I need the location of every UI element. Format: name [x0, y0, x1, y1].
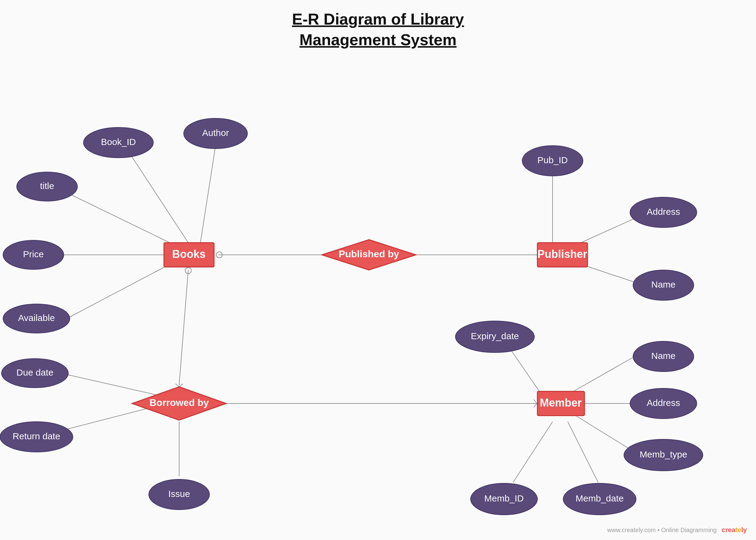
- attr-issue-label: Issue: [168, 489, 190, 499]
- attr-author-label: Author: [202, 128, 229, 138]
- rel-published-by-label: Published by: [338, 248, 399, 259]
- attr-name-mem-label: Name: [651, 351, 675, 361]
- svg-line-30: [568, 422, 598, 482]
- svg-line-26: [571, 356, 635, 393]
- attr-address-mem-label: Address: [647, 398, 680, 408]
- rel-borrowed-by-label: Borrowed by: [149, 397, 209, 408]
- entity-books-label: Books: [172, 248, 206, 260]
- svg-line-1: [200, 146, 216, 243]
- diagram-container: E-R Diagram of Library Management System: [0, 0, 756, 540]
- attr-memb-id-label: Memb_ID: [484, 493, 524, 503]
- entity-publisher-label: Publisher: [537, 248, 587, 260]
- attr-pub-id-label: Pub_ID: [537, 155, 568, 165]
- er-diagram-svg: Books Publisher Member Published by Borr…: [0, 0, 756, 540]
- svg-line-17: [179, 384, 183, 387]
- svg-line-23: [534, 403, 537, 407]
- watermark: www.creately.com • Online Diagramming cr…: [607, 526, 747, 534]
- svg-line-2: [70, 194, 176, 246]
- svg-line-18: [61, 373, 161, 396]
- attr-price-label: Price: [23, 249, 44, 259]
- svg-line-29: [513, 422, 553, 482]
- svg-line-0: [130, 155, 188, 243]
- attr-memb-type-label: Memb_type: [640, 449, 687, 459]
- attr-name-pub-label: Name: [651, 279, 675, 289]
- attr-address-pub-label: Address: [647, 206, 680, 216]
- attr-available-label: Available: [18, 313, 55, 323]
- svg-line-14: [179, 270, 188, 385]
- attr-memb-date-label: Memb_date: [576, 493, 624, 503]
- svg-line-25: [510, 349, 540, 393]
- attr-due-date-label: Due date: [16, 367, 54, 377]
- svg-line-19: [61, 407, 155, 431]
- svg-line-22: [534, 400, 537, 403]
- svg-line-16: [175, 384, 179, 387]
- entity-member-label: Member: [540, 396, 582, 409]
- svg-line-4: [67, 261, 176, 319]
- attr-expiry-date-label: Expiry_date: [471, 331, 519, 341]
- attr-return-date-label: Return date: [13, 431, 61, 441]
- attr-book-id-label: Book_ID: [101, 137, 136, 147]
- attr-title-label: title: [40, 181, 54, 191]
- svg-line-28: [571, 413, 635, 452]
